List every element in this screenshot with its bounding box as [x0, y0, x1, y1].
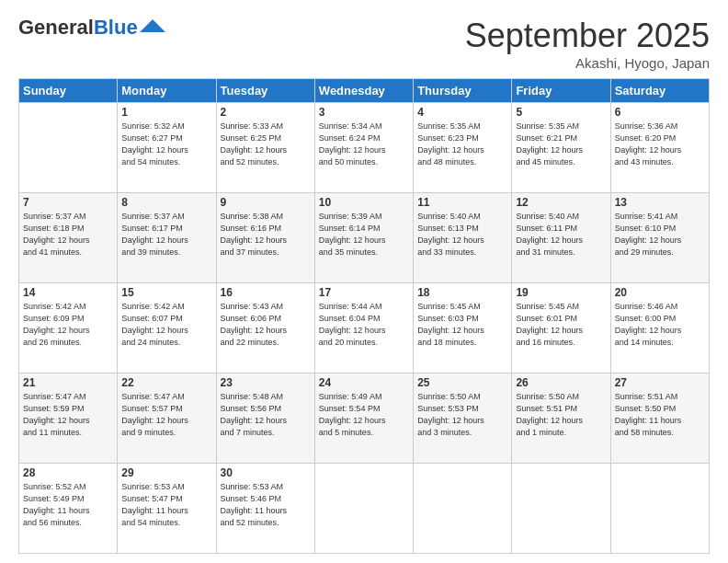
month-title: September 2025: [465, 17, 710, 55]
cell-info: Sunrise: 5:38 AM Sunset: 6:16 PM Dayligh…: [221, 211, 311, 259]
day-number: 23: [221, 376, 311, 389]
col-sunday: Sunday: [19, 79, 118, 103]
table-row: [512, 464, 610, 554]
table-row: 21Sunrise: 5:47 AM Sunset: 5:59 PM Dayli…: [19, 373, 118, 464]
cell-info: Sunrise: 5:53 AM Sunset: 5:46 PM Dayligh…: [221, 481, 311, 529]
cell-info: Sunrise: 5:46 AM Sunset: 6:00 PM Dayligh…: [615, 301, 705, 349]
day-number: 4: [417, 106, 507, 119]
col-saturday: Saturday: [610, 79, 709, 103]
table-row: 17Sunrise: 5:44 AM Sunset: 6:04 PM Dayli…: [314, 283, 413, 373]
cell-info: Sunrise: 5:42 AM Sunset: 6:09 PM Dayligh…: [23, 301, 113, 349]
table-row: 9Sunrise: 5:38 AM Sunset: 6:16 PM Daylig…: [216, 193, 314, 283]
table-row: 14Sunrise: 5:42 AM Sunset: 6:09 PM Dayli…: [19, 283, 118, 373]
table-row: 16Sunrise: 5:43 AM Sunset: 6:06 PM Dayli…: [216, 283, 314, 373]
table-row: 24Sunrise: 5:49 AM Sunset: 5:54 PM Dayli…: [314, 373, 413, 464]
title-block: September 2025 Akashi, Hyogo, Japan: [465, 17, 710, 71]
day-number: 27: [615, 376, 705, 389]
table-row: 20Sunrise: 5:46 AM Sunset: 6:00 PM Dayli…: [610, 283, 709, 373]
table-row: 1Sunrise: 5:32 AM Sunset: 6:27 PM Daylig…: [118, 103, 216, 193]
table-row: 11Sunrise: 5:40 AM Sunset: 6:13 PM Dayli…: [414, 193, 512, 283]
week-row-1: 7Sunrise: 5:37 AM Sunset: 6:18 PM Daylig…: [19, 193, 710, 283]
cell-info: Sunrise: 5:35 AM Sunset: 6:21 PM Dayligh…: [516, 121, 606, 168]
cell-info: Sunrise: 5:43 AM Sunset: 6:06 PM Dayligh…: [221, 301, 311, 349]
cell-info: Sunrise: 5:39 AM Sunset: 6:14 PM Dayligh…: [319, 211, 409, 259]
cell-info: Sunrise: 5:44 AM Sunset: 6:04 PM Dayligh…: [319, 301, 409, 349]
day-number: 16: [221, 286, 311, 299]
cell-info: Sunrise: 5:40 AM Sunset: 6:11 PM Dayligh…: [516, 211, 606, 259]
day-number: 6: [615, 106, 705, 119]
day-number: 21: [23, 376, 113, 389]
table-row: 12Sunrise: 5:40 AM Sunset: 6:11 PM Dayli…: [512, 193, 610, 283]
cell-info: Sunrise: 5:32 AM Sunset: 6:27 PM Dayligh…: [121, 121, 211, 168]
cell-info: Sunrise: 5:50 AM Sunset: 5:51 PM Dayligh…: [516, 391, 606, 439]
cell-info: Sunrise: 5:47 AM Sunset: 5:59 PM Dayligh…: [23, 391, 113, 439]
page: GeneralBlue September 2025 Akashi, Hyogo…: [0, 0, 728, 563]
day-number: 5: [516, 106, 606, 119]
table-row: 30Sunrise: 5:53 AM Sunset: 5:46 PM Dayli…: [216, 464, 314, 554]
cell-info: Sunrise: 5:53 AM Sunset: 5:47 PM Dayligh…: [121, 481, 211, 529]
day-number: 10: [319, 196, 409, 209]
table-row: 19Sunrise: 5:45 AM Sunset: 6:01 PM Dayli…: [512, 283, 610, 373]
header: GeneralBlue September 2025 Akashi, Hyogo…: [18, 17, 710, 71]
col-thursday: Thursday: [414, 79, 512, 103]
week-row-4: 28Sunrise: 5:52 AM Sunset: 5:49 PM Dayli…: [19, 464, 710, 554]
table-row: 4Sunrise: 5:35 AM Sunset: 6:23 PM Daylig…: [414, 103, 512, 193]
day-number: 24: [319, 376, 409, 389]
table-row: [19, 103, 118, 193]
cell-info: Sunrise: 5:48 AM Sunset: 5:56 PM Dayligh…: [221, 391, 311, 439]
day-number: 17: [319, 286, 409, 299]
table-row: 10Sunrise: 5:39 AM Sunset: 6:14 PM Dayli…: [314, 193, 413, 283]
cell-info: Sunrise: 5:49 AM Sunset: 5:54 PM Dayligh…: [319, 391, 409, 439]
day-number: 18: [417, 286, 507, 299]
header-row: Sunday Monday Tuesday Wednesday Thursday…: [19, 79, 710, 103]
week-row-3: 21Sunrise: 5:47 AM Sunset: 5:59 PM Dayli…: [19, 373, 710, 464]
week-row-2: 14Sunrise: 5:42 AM Sunset: 6:09 PM Dayli…: [19, 283, 710, 373]
cell-info: Sunrise: 5:47 AM Sunset: 5:57 PM Dayligh…: [121, 391, 211, 439]
day-number: 13: [615, 196, 705, 209]
logo-text: GeneralBlue: [18, 17, 138, 39]
day-number: 14: [23, 286, 113, 299]
day-number: 20: [615, 286, 705, 299]
table-row: 26Sunrise: 5:50 AM Sunset: 5:51 PM Dayli…: [512, 373, 610, 464]
table-row: 25Sunrise: 5:50 AM Sunset: 5:53 PM Dayli…: [414, 373, 512, 464]
table-row: 3Sunrise: 5:34 AM Sunset: 6:24 PM Daylig…: [314, 103, 413, 193]
day-number: 12: [516, 196, 606, 209]
table-row: 15Sunrise: 5:42 AM Sunset: 6:07 PM Dayli…: [118, 283, 216, 373]
table-row: [414, 464, 512, 554]
cell-info: Sunrise: 5:50 AM Sunset: 5:53 PM Dayligh…: [417, 391, 507, 439]
calendar-table: Sunday Monday Tuesday Wednesday Thursday…: [18, 78, 710, 554]
table-row: 18Sunrise: 5:45 AM Sunset: 6:03 PM Dayli…: [414, 283, 512, 373]
day-number: 29: [121, 466, 211, 479]
cell-info: Sunrise: 5:41 AM Sunset: 6:10 PM Dayligh…: [615, 211, 705, 259]
table-row: 28Sunrise: 5:52 AM Sunset: 5:49 PM Dayli…: [19, 464, 118, 554]
table-row: 2Sunrise: 5:33 AM Sunset: 6:25 PM Daylig…: [216, 103, 314, 193]
cell-info: Sunrise: 5:37 AM Sunset: 6:18 PM Dayligh…: [23, 211, 113, 259]
table-row: 27Sunrise: 5:51 AM Sunset: 5:50 PM Dayli…: [610, 373, 709, 464]
table-row: 22Sunrise: 5:47 AM Sunset: 5:57 PM Dayli…: [118, 373, 216, 464]
day-number: 28: [23, 466, 113, 479]
day-number: 30: [221, 466, 311, 479]
day-number: 1: [121, 106, 211, 119]
svg-marker-0: [140, 19, 165, 32]
logo-arrow-icon: [140, 19, 165, 32]
week-row-0: 1Sunrise: 5:32 AM Sunset: 6:27 PM Daylig…: [19, 103, 710, 193]
cell-info: Sunrise: 5:40 AM Sunset: 6:13 PM Dayligh…: [417, 211, 507, 259]
day-number: 22: [121, 376, 211, 389]
col-wednesday: Wednesday: [314, 79, 413, 103]
day-number: 3: [319, 106, 409, 119]
cell-info: Sunrise: 5:34 AM Sunset: 6:24 PM Dayligh…: [319, 121, 409, 168]
col-monday: Monday: [118, 79, 216, 103]
cell-info: Sunrise: 5:33 AM Sunset: 6:25 PM Dayligh…: [221, 121, 311, 168]
table-row: 5Sunrise: 5:35 AM Sunset: 6:21 PM Daylig…: [512, 103, 610, 193]
cell-info: Sunrise: 5:36 AM Sunset: 6:20 PM Dayligh…: [615, 121, 705, 168]
table-row: 13Sunrise: 5:41 AM Sunset: 6:10 PM Dayli…: [610, 193, 709, 283]
logo: GeneralBlue: [18, 17, 165, 39]
col-friday: Friday: [512, 79, 610, 103]
day-number: 15: [121, 286, 211, 299]
cell-info: Sunrise: 5:45 AM Sunset: 6:01 PM Dayligh…: [516, 301, 606, 349]
table-row: 23Sunrise: 5:48 AM Sunset: 5:56 PM Dayli…: [216, 373, 314, 464]
location: Akashi, Hyogo, Japan: [465, 55, 710, 71]
day-number: 11: [417, 196, 507, 209]
day-number: 7: [23, 196, 113, 209]
day-number: 26: [516, 376, 606, 389]
